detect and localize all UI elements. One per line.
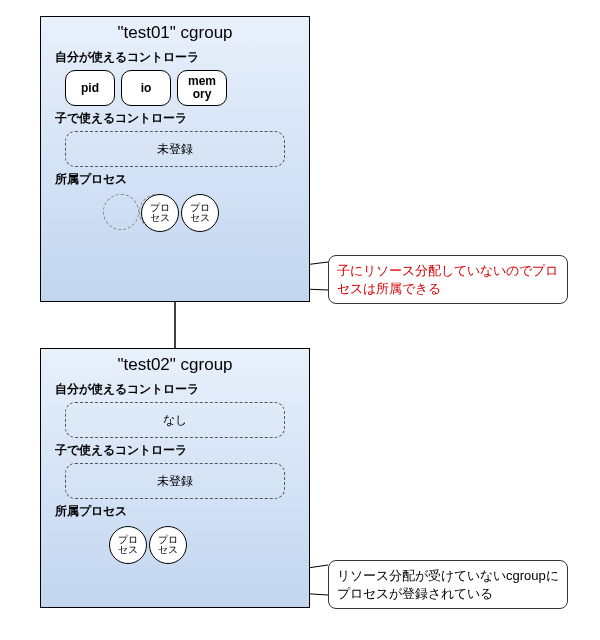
- process: プロ セス: [141, 194, 179, 232]
- callout-text: リソース分配が受けていないcgroupにプロセスが登録されている: [337, 568, 559, 601]
- child-controllers-box: 未登録: [65, 131, 285, 167]
- label-child-controllers: 子で使えるコントローラ: [55, 110, 297, 127]
- label-processes: 所属プロセス: [55, 171, 297, 188]
- process: プロ セス: [149, 526, 187, 564]
- label-processes: 所属プロセス: [55, 503, 297, 520]
- controller-memory: mem ory: [177, 70, 227, 106]
- label-self-controllers: 自分が使えるコントローラ: [55, 49, 297, 66]
- controller-io: io: [121, 70, 171, 106]
- child-controllers-status: 未登録: [157, 473, 193, 490]
- self-controllers: pid io mem ory: [65, 70, 297, 106]
- cgroup-test01: "test01" cgroup 自分が使えるコントローラ pid io mem …: [40, 16, 310, 302]
- callout-text: 子にリソース分配していないのでプロセスは所属できる: [337, 263, 558, 296]
- label-self-controllers: 自分が使えるコントローラ: [55, 381, 297, 398]
- self-controllers-box: なし: [65, 402, 285, 438]
- self-controllers-status: なし: [163, 412, 187, 429]
- cgroup-title: "test02" cgroup: [53, 355, 297, 375]
- callout-no-resource-cgroup: リソース分配が受けていないcgroupにプロセスが登録されている: [328, 560, 568, 609]
- cgroup-test02: "test02" cgroup 自分が使えるコントローラ なし 子で使えるコント…: [40, 348, 310, 608]
- process-row: プロ セス プロ セス: [71, 192, 297, 238]
- callout-child-not-distributed: 子にリソース分配していないのでプロセスは所属できる: [328, 255, 568, 304]
- process-ghost: [103, 194, 139, 230]
- child-controllers-status: 未登録: [157, 141, 193, 158]
- process: プロ セス: [181, 194, 219, 232]
- process-row: プロ セス プロ セス: [71, 524, 297, 570]
- label-child-controllers: 子で使えるコントローラ: [55, 442, 297, 459]
- controller-pid: pid: [65, 70, 115, 106]
- cgroup-title: "test01" cgroup: [53, 23, 297, 43]
- process: プロ セス: [109, 526, 147, 564]
- child-controllers-box: 未登録: [65, 463, 285, 499]
